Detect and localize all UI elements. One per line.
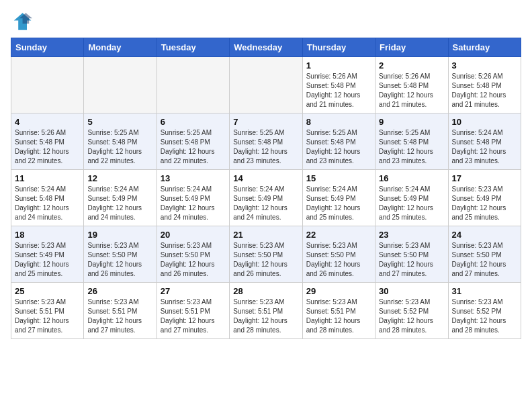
calendar-week-4: 18Sunrise: 5:23 AM Sunset: 5:49 PM Dayli… [11,226,521,283]
calendar-cell: 24Sunrise: 5:23 AM Sunset: 5:50 PM Dayli… [448,226,521,283]
day-number: 30 [379,286,444,296]
day-info: Sunrise: 5:25 AM Sunset: 5:48 PM Dayligh… [379,128,444,166]
day-info: Sunrise: 5:24 AM Sunset: 5:48 PM Dayligh… [452,128,517,166]
calendar-cell: 15Sunrise: 5:24 AM Sunset: 5:49 PM Dayli… [302,170,375,226]
day-number: 24 [452,230,517,240]
day-info: Sunrise: 5:23 AM Sunset: 5:49 PM Dayligh… [15,241,80,279]
calendar-cell: 6Sunrise: 5:25 AM Sunset: 5:48 PM Daylig… [157,113,229,170]
day-info: Sunrise: 5:25 AM Sunset: 5:48 PM Dayligh… [233,128,298,166]
day-info: Sunrise: 5:23 AM Sunset: 5:50 PM Dayligh… [306,241,371,279]
calendar-cell: 25Sunrise: 5:23 AM Sunset: 5:51 PM Dayli… [11,283,84,339]
calendar-cell: 12Sunrise: 5:24 AM Sunset: 5:49 PM Dayli… [84,170,157,226]
day-number: 20 [161,230,226,240]
day-info: Sunrise: 5:25 AM Sunset: 5:48 PM Dayligh… [87,128,152,166]
day-number: 27 [161,286,226,296]
day-number: 1 [306,60,371,71]
calendar-cell: 9Sunrise: 5:25 AM Sunset: 5:48 PM Daylig… [375,113,448,170]
calendar-cell: 3Sunrise: 5:26 AM Sunset: 5:48 PM Daylig… [448,57,521,113]
day-number: 26 [87,286,152,296]
day-info: Sunrise: 5:26 AM Sunset: 5:48 PM Dayligh… [15,128,80,166]
day-info: Sunrise: 5:23 AM Sunset: 5:51 PM Dayligh… [233,298,298,335]
day-info: Sunrise: 5:25 AM Sunset: 5:48 PM Dayligh… [161,128,226,166]
day-number: 18 [15,230,80,240]
header-saturday: Saturday [448,38,521,57]
calendar-cell [230,57,302,113]
day-info: Sunrise: 5:23 AM Sunset: 5:51 PM Dayligh… [306,298,371,335]
calendar-cell: 31Sunrise: 5:23 AM Sunset: 5:52 PM Dayli… [448,283,521,339]
calendar-week-1: 1Sunrise: 5:26 AM Sunset: 5:48 PM Daylig… [11,57,521,113]
day-number: 9 [379,117,444,127]
day-info: Sunrise: 5:23 AM Sunset: 5:50 PM Dayligh… [379,241,444,279]
calendar-cell: 13Sunrise: 5:24 AM Sunset: 5:49 PM Dayli… [157,170,229,226]
day-info: Sunrise: 5:26 AM Sunset: 5:48 PM Dayligh… [452,72,517,109]
day-number: 19 [87,230,152,240]
calendar-cell: 27Sunrise: 5:23 AM Sunset: 5:51 PM Dayli… [157,283,229,339]
day-number: 14 [233,173,298,183]
day-number: 21 [233,230,298,240]
day-info: Sunrise: 5:23 AM Sunset: 5:51 PM Dayligh… [15,298,80,335]
calendar-table: SundayMondayTuesdayWednesdayThursdayFrid… [11,38,521,339]
calendar-week-2: 4Sunrise: 5:26 AM Sunset: 5:48 PM Daylig… [11,113,521,170]
calendar-cell: 1Sunrise: 5:26 AM Sunset: 5:48 PM Daylig… [302,57,375,113]
logo [11,11,35,32]
calendar-week-5: 25Sunrise: 5:23 AM Sunset: 5:51 PM Dayli… [11,283,521,339]
day-info: Sunrise: 5:24 AM Sunset: 5:48 PM Dayligh… [15,185,80,222]
day-number: 23 [379,230,444,240]
logo-icon [11,11,32,32]
calendar-cell: 14Sunrise: 5:24 AM Sunset: 5:49 PM Dayli… [230,170,302,226]
calendar-cell: 2Sunrise: 5:26 AM Sunset: 5:48 PM Daylig… [375,57,448,113]
calendar-cell: 11Sunrise: 5:24 AM Sunset: 5:48 PM Dayli… [11,170,84,226]
day-number: 6 [161,117,226,127]
day-info: Sunrise: 5:26 AM Sunset: 5:48 PM Dayligh… [306,72,371,109]
day-number: 17 [452,173,517,183]
day-info: Sunrise: 5:23 AM Sunset: 5:52 PM Dayligh… [452,298,517,335]
header-wednesday: Wednesday [230,38,302,57]
day-info: Sunrise: 5:23 AM Sunset: 5:52 PM Dayligh… [379,298,444,335]
calendar-cell: 23Sunrise: 5:23 AM Sunset: 5:50 PM Dayli… [375,226,448,283]
calendar-cell: 16Sunrise: 5:24 AM Sunset: 5:49 PM Dayli… [375,170,448,226]
day-number: 11 [15,173,80,183]
header-thursday: Thursday [302,38,375,57]
day-number: 25 [15,286,80,296]
calendar-week-3: 11Sunrise: 5:24 AM Sunset: 5:48 PM Dayli… [11,170,521,226]
day-info: Sunrise: 5:23 AM Sunset: 5:50 PM Dayligh… [87,241,152,279]
day-number: 31 [452,286,517,296]
header-sunday: Sunday [11,38,84,57]
calendar-cell: 4Sunrise: 5:26 AM Sunset: 5:48 PM Daylig… [11,113,84,170]
day-info: Sunrise: 5:23 AM Sunset: 5:50 PM Dayligh… [161,241,226,279]
day-number: 28 [233,286,298,296]
day-info: Sunrise: 5:23 AM Sunset: 5:51 PM Dayligh… [87,298,152,335]
calendar-cell: 10Sunrise: 5:24 AM Sunset: 5:48 PM Dayli… [448,113,521,170]
day-number: 15 [306,173,371,183]
calendar-cell [11,57,84,113]
day-number: 10 [452,117,517,127]
day-info: Sunrise: 5:24 AM Sunset: 5:49 PM Dayligh… [306,185,371,222]
header-monday: Monday [84,38,157,57]
calendar-cell: 18Sunrise: 5:23 AM Sunset: 5:49 PM Dayli… [11,226,84,283]
calendar-cell: 20Sunrise: 5:23 AM Sunset: 5:50 PM Dayli… [157,226,229,283]
calendar-cell [157,57,229,113]
day-number: 3 [452,60,517,71]
day-number: 22 [306,230,371,240]
page-header [11,11,521,32]
calendar-cell: 30Sunrise: 5:23 AM Sunset: 5:52 PM Dayli… [375,283,448,339]
calendar-cell: 8Sunrise: 5:25 AM Sunset: 5:48 PM Daylig… [302,113,375,170]
day-number: 29 [306,286,371,296]
day-info: Sunrise: 5:24 AM Sunset: 5:49 PM Dayligh… [87,185,152,222]
day-info: Sunrise: 5:23 AM Sunset: 5:51 PM Dayligh… [161,298,226,335]
day-number: 12 [87,173,152,183]
day-info: Sunrise: 5:23 AM Sunset: 5:49 PM Dayligh… [452,185,517,222]
day-number: 5 [87,117,152,127]
day-info: Sunrise: 5:23 AM Sunset: 5:50 PM Dayligh… [452,241,517,279]
calendar-cell: 21Sunrise: 5:23 AM Sunset: 5:50 PM Dayli… [230,226,302,283]
calendar-cell [84,57,157,113]
calendar-cell: 28Sunrise: 5:23 AM Sunset: 5:51 PM Dayli… [230,283,302,339]
calendar-cell: 19Sunrise: 5:23 AM Sunset: 5:50 PM Dayli… [84,226,157,283]
day-number: 4 [15,117,80,127]
calendar-cell: 29Sunrise: 5:23 AM Sunset: 5:51 PM Dayli… [302,283,375,339]
day-number: 7 [233,117,298,127]
day-info: Sunrise: 5:24 AM Sunset: 5:49 PM Dayligh… [379,185,444,222]
day-number: 8 [306,117,371,127]
calendar-cell: 26Sunrise: 5:23 AM Sunset: 5:51 PM Dayli… [84,283,157,339]
day-info: Sunrise: 5:24 AM Sunset: 5:49 PM Dayligh… [161,185,226,222]
